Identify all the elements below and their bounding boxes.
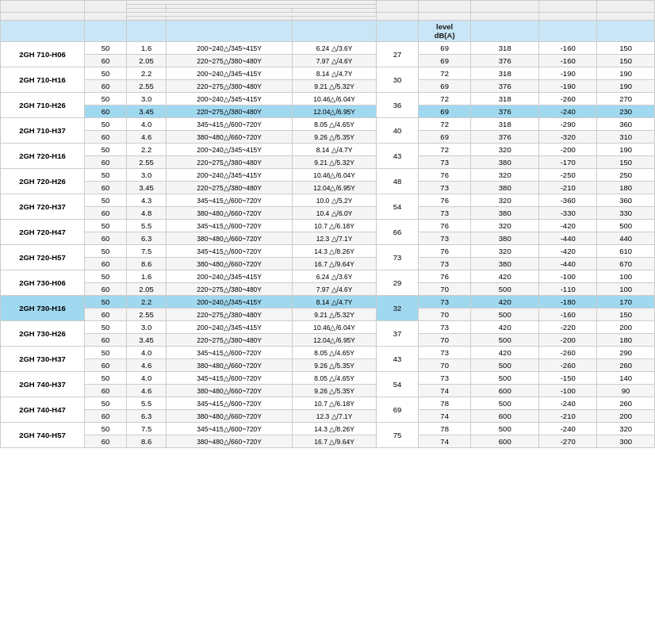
cell-output: 2.2 [126, 67, 166, 80]
cell-maxflow: 420 [471, 270, 539, 283]
cell-freq: 50 [84, 194, 126, 207]
table-row: 2GH 710-H16502.2200~240△/345~415Y8.14 △/… [1, 67, 655, 80]
cell-noise: 69 [419, 42, 471, 55]
table-row: 2GH 730-H06501.6200~240△/345~415Y6.24 △/… [1, 270, 655, 283]
cell-freq: 50 [84, 118, 126, 131]
cell-output: 7.5 [126, 245, 166, 258]
cell-current: 8.14 △/4.7Y [293, 144, 377, 156]
cell-output: 6.3 [126, 232, 166, 245]
cell-voltage: 220~275△/380~480Y [167, 80, 293, 93]
cell-current: 9.26 △/5.35Y [293, 131, 377, 144]
cell-maxpres: 180 [597, 334, 655, 347]
cell-output: 4.6 [126, 359, 166, 372]
cell-voltage: 380~480△/660~720Y [167, 410, 293, 423]
cell-maxpres: 170 [597, 296, 655, 309]
cell-maxflow: 500 [471, 359, 539, 372]
cell-voltage: 220~275△/380~480Y [167, 156, 293, 169]
cell-noise: 73 [419, 207, 471, 220]
cell-weight: 32 [377, 296, 419, 321]
cell-current: 7.97 △/4.6Y [293, 55, 377, 67]
cell-freq: 60 [84, 283, 126, 296]
cell-order: 2GH 730-H06 [1, 270, 85, 296]
cell-noise: 78 [419, 397, 471, 410]
table-row: 606.3380~480△/660~720Y12.3 △/7.1Y74600-2… [1, 410, 655, 423]
cell-current: 9.21 △/5.32Y [293, 156, 377, 169]
cell-noise: 70 [419, 309, 471, 321]
header-maxpres-cn [597, 1, 655, 13]
cell-noise: 78 [419, 423, 471, 435]
cell-weight: 54 [377, 194, 419, 220]
header-weight-en [377, 13, 419, 21]
cell-maxflow: 318 [471, 118, 539, 131]
cell-maxflow: 320 [471, 144, 539, 156]
cell-maxpres: 150 [597, 309, 655, 321]
cell-weight: 75 [377, 423, 419, 448]
cell-order: 2GH 710-H16 [1, 67, 85, 93]
cell-noise: 74 [419, 385, 471, 397]
cell-maxflow: 420 [471, 296, 539, 309]
header-maxflow-en [471, 13, 539, 21]
cell-current: 9.26 △/5.35Y [293, 359, 377, 372]
cell-voltage: 220~275△/380~480Y [167, 55, 293, 67]
cell-output: 3.45 [126, 105, 166, 118]
cell-weight: 36 [377, 93, 419, 118]
cell-maxflow: 320 [471, 194, 539, 207]
cell-voltage: 345~415△/600~720Y [167, 245, 293, 258]
table-row: 2GH 730-H26503.0200~240△/345~415Y10.46△/… [1, 321, 655, 334]
cell-order: 2GH 720-H37 [1, 194, 85, 220]
table-row: 2GH 740-H37504.0345~415△/600~720Y8.05 △/… [1, 372, 655, 385]
cell-voltage: 345~415△/600~720Y [167, 372, 293, 385]
cell-maxvac: -200 [539, 334, 597, 347]
cell-maxpres: 260 [597, 397, 655, 410]
cell-noise: 73 [419, 182, 471, 194]
header-noise-cn [419, 1, 471, 13]
cell-output: 1.6 [126, 42, 166, 55]
cell-noise: 70 [419, 283, 471, 296]
cell-current: 16.7 △/9.64Y [293, 435, 377, 448]
cell-order: 2GH 730-H16 [1, 296, 85, 321]
cell-freq: 50 [84, 372, 126, 385]
cell-order: 2GH 730-H37 [1, 347, 85, 372]
cell-noise: 70 [419, 359, 471, 372]
cell-maxvac: -240 [539, 105, 597, 118]
cell-freq: 50 [84, 397, 126, 410]
cell-output: 3.45 [126, 334, 166, 347]
unit-order [1, 21, 85, 42]
cell-maxpres: 320 [597, 423, 655, 435]
cell-output: 2.2 [126, 296, 166, 309]
cell-voltage: 380~480△/660~720Y [167, 207, 293, 220]
cell-freq: 60 [84, 80, 126, 93]
table-row: 2GH 720-H47505.5345~415△/600~720Y10.7 △/… [1, 220, 655, 232]
cell-current: 8.05 △/4.65Y [293, 118, 377, 131]
cell-maxvac: -360 [539, 194, 597, 207]
cell-maxvac: -160 [539, 55, 597, 67]
cell-noise: 76 [419, 245, 471, 258]
cell-maxflow: 376 [471, 105, 539, 118]
cell-current: 9.21 △/5.32Y [293, 309, 377, 321]
cell-maxflow: 380 [471, 258, 539, 270]
cell-current: 10.0 △/5.2Y [293, 194, 377, 207]
cell-maxflow: 380 [471, 232, 539, 245]
cell-output: 3.0 [126, 321, 166, 334]
cell-current: 16.7 △/9.64Y [293, 258, 377, 270]
cell-maxvac: -420 [539, 220, 597, 232]
cell-freq: 50 [84, 67, 126, 80]
cell-maxflow: 600 [471, 435, 539, 448]
cell-voltage: 345~415△/600~720Y [167, 347, 293, 359]
cell-maxpres: 260 [597, 359, 655, 372]
table-row: 602.55220~275△/380~480Y9.21 △/5.32Y69376… [1, 80, 655, 93]
cell-output: 3.0 [126, 169, 166, 182]
cell-output: 8.6 [126, 435, 166, 448]
cell-weight: 43 [377, 347, 419, 372]
cell-maxpres: 90 [597, 385, 655, 397]
unit-output [126, 21, 166, 42]
cell-freq: 60 [84, 309, 126, 321]
cell-order: 2GH 710-H06 [1, 42, 85, 67]
cell-noise: 69 [419, 105, 471, 118]
cell-noise: 73 [419, 296, 471, 309]
table-row: 2GH 710-H06501.6200~240△/345~415Y6.24 △/… [1, 42, 655, 55]
cell-current: 6.24 △/3.6Y [293, 270, 377, 283]
cell-noise: 72 [419, 118, 471, 131]
cell-freq: 60 [84, 334, 126, 347]
cell-maxvac: -420 [539, 245, 597, 258]
